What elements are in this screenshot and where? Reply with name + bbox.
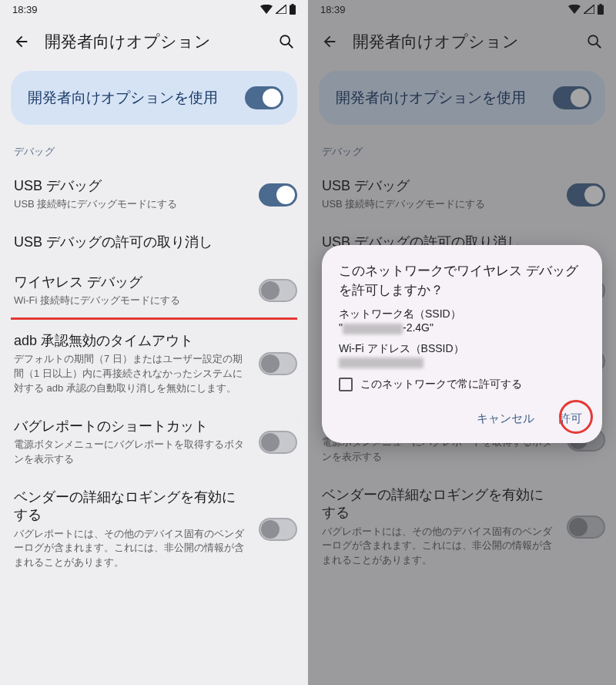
setting-wireless-debug[interactable]: ワイヤレス デバッグ Wi-Fi 接続時にデバッグモードにする <box>11 263 297 320</box>
dialog-ssid-label: ネットワーク名（SSID） <box>339 307 585 321</box>
setting-usb-debug[interactable]: USB デバッグ USB 接続時にデバッグモードにする <box>11 166 297 223</box>
redacted-bssid <box>339 358 424 368</box>
checkbox-icon[interactable] <box>339 378 353 391</box>
setting-bugreport[interactable]: バグレポートのショートカット 電源ボタンメニューにバグレポートを取得するボタンを… <box>11 407 297 478</box>
wireless-debug-toggle[interactable] <box>259 279 297 302</box>
usb-debug-toggle[interactable] <box>259 183 297 207</box>
wifi-icon <box>260 5 273 14</box>
setting-sub: デフォルトの期間（7 日）またはユーザー設定の期間（1 日以上）内に再接続されな… <box>14 352 246 396</box>
dialog-bssid-label: Wi-Fi アドレス（BSSID） <box>339 342 585 356</box>
setting-title: adb 承認無効のタイムアウト <box>14 332 246 350</box>
back-icon[interactable] <box>12 32 31 51</box>
status-icons <box>260 4 296 15</box>
setting-sub: バグレポートには、その他のデバイス固有のベンダーログが含まれます。これには、非公… <box>14 527 246 571</box>
page-title: 開発者向けオプション <box>45 31 263 52</box>
signal-icon <box>276 5 286 14</box>
svg-rect-0 <box>290 5 296 15</box>
dialog-ssid-value: "-2.4G" <box>339 321 585 334</box>
master-toggle[interactable] <box>245 86 283 109</box>
adb-timeout-toggle[interactable] <box>259 352 297 375</box>
setting-title: バグレポートのショートカット <box>14 418 246 435</box>
setting-sub: Wi-Fi 接続時にデバッグモードにする <box>14 294 246 308</box>
setting-sub: 電源ボタンメニューにバグレポートを取得するボタンを表示する <box>14 438 246 467</box>
setting-title: ワイヤレス デバッグ <box>14 274 246 291</box>
app-bar: 開発者向けオプション <box>0 18 308 63</box>
setting-adb-timeout[interactable]: adb 承認無効のタイムアウト デフォルトの期間（7 日）またはユーザー設定の期… <box>11 321 297 407</box>
vendor-logging-toggle[interactable] <box>259 518 297 541</box>
dialog-always-label: このネットワークで常に許可する <box>360 378 522 391</box>
phone-right: 18:39 開発者向けオプション 開発者向けオプションを使用 デバッグ USB … <box>308 0 616 685</box>
section-debug: デバッグ <box>11 125 297 166</box>
svg-rect-1 <box>292 4 294 5</box>
status-time: 18:39 <box>12 4 38 15</box>
setting-title: USB デバッグ <box>14 177 246 195</box>
bugreport-toggle[interactable] <box>259 431 297 454</box>
search-icon[interactable] <box>277 32 296 51</box>
allow-button[interactable]: 許可 <box>556 405 585 432</box>
master-toggle-card[interactable]: 開発者向けオプションを使用 <box>11 71 297 125</box>
setting-sub: USB 接続時にデバッグモードにする <box>14 197 246 212</box>
wireless-debug-dialog: このネットワークでワイヤレス デバッグを許可しますか？ ネットワーク名（SSID… <box>322 245 602 443</box>
cancel-button[interactable]: キャンセル <box>474 405 537 432</box>
svg-point-2 <box>280 35 290 45</box>
dialog-actions: キャンセル 許可 <box>339 405 585 432</box>
dialog-always-row[interactable]: このネットワークで常に許可する <box>339 378 585 391</box>
dialog-bssid-value <box>339 356 585 368</box>
setting-title: USB デバッグの許可の取り消し <box>14 233 297 251</box>
redacted-ssid <box>343 324 403 334</box>
master-toggle-label: 開発者向けオプションを使用 <box>28 88 233 108</box>
settings-content: 開発者向けオプションを使用 デバッグ USB デバッグ USB 接続時にデバッグ… <box>0 63 308 581</box>
status-bar: 18:39 <box>0 0 308 18</box>
setting-title: ベンダーの詳細なロギングを有効にする <box>14 489 246 525</box>
svg-line-3 <box>289 44 293 49</box>
battery-icon <box>290 4 296 15</box>
phone-left: 18:39 開発者向けオプション 開発者向けオプションを使用 デバッグ USB … <box>0 0 308 685</box>
setting-vendor-logging[interactable]: ベンダーの詳細なロギングを有効にする バグレポートには、その他のデバイス固有のベ… <box>11 478 297 581</box>
setting-usb-revoke[interactable]: USB デバッグの許可の取り消し <box>11 223 297 262</box>
dialog-title: このネットワークでワイヤレス デバッグを許可しますか？ <box>339 262 585 300</box>
